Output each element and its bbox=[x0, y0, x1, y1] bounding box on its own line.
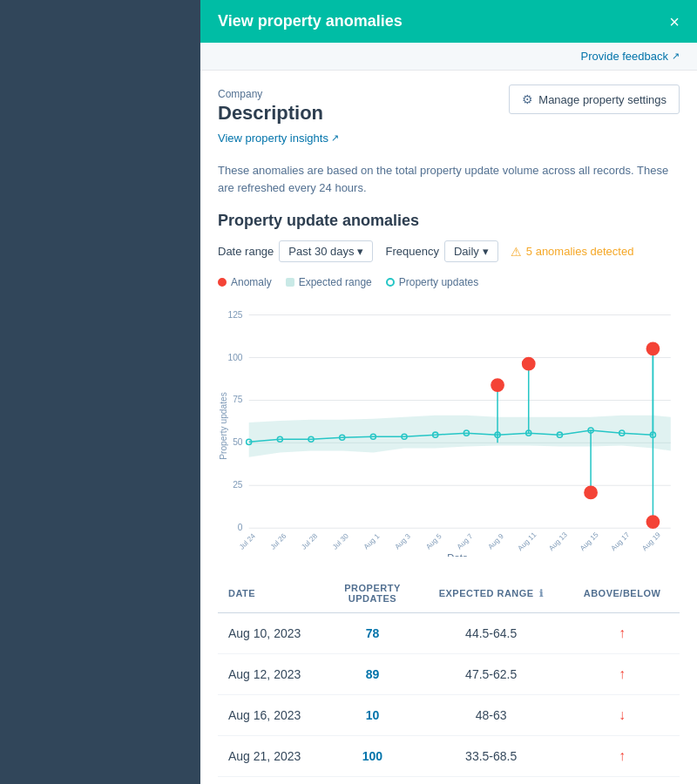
svg-text:0: 0 bbox=[238, 523, 243, 532]
frequency-group: Frequency Daily ▾ bbox=[385, 240, 497, 262]
svg-text:Jul 26: Jul 26 bbox=[269, 532, 288, 551]
modal-header: View property anomalies × bbox=[200, 0, 697, 43]
svg-point-33 bbox=[491, 379, 504, 391]
chart-legend: Anomaly Expected range Property updates bbox=[218, 276, 680, 288]
expected-range-dot bbox=[286, 278, 294, 287]
chevron-down-icon: ▾ bbox=[483, 245, 489, 258]
date-range-dropdown[interactable]: Past 30 days ▾ bbox=[279, 240, 373, 262]
property-title: Description bbox=[218, 102, 339, 125]
cell-updates: 10 bbox=[328, 695, 418, 736]
svg-text:Date: Date bbox=[447, 552, 468, 557]
col-range: EXPECTED RANGE ℹ bbox=[417, 574, 565, 613]
col-direction: ABOVE/BELOW bbox=[565, 574, 680, 613]
legend-expected-range: Expected range bbox=[286, 276, 372, 288]
svg-text:Aug 15: Aug 15 bbox=[579, 531, 600, 552]
svg-point-34 bbox=[523, 358, 535, 370]
cell-direction: ↑ bbox=[565, 613, 680, 654]
cell-updates: 78 bbox=[328, 613, 418, 654]
chart-container: 0 25 50 75 100 125 Property updates bbox=[218, 295, 680, 557]
arrow-up-icon: ↑ bbox=[619, 748, 626, 763]
external-link-icon: ↗ bbox=[672, 51, 680, 62]
cell-direction: ↑ bbox=[565, 736, 680, 777]
col-updates: PROPERTYUPDATES bbox=[328, 574, 418, 613]
svg-text:Aug 5: Aug 5 bbox=[424, 532, 443, 551]
anomaly-dot bbox=[218, 278, 227, 287]
manage-property-button[interactable]: ⚙ Manage property settings bbox=[509, 84, 680, 114]
chevron-down-icon: ▾ bbox=[357, 245, 363, 258]
svg-text:125: 125 bbox=[228, 310, 243, 320]
warning-icon: ⚠ bbox=[511, 245, 522, 259]
svg-text:25: 25 bbox=[233, 480, 243, 490]
section-title: Property update anomalies bbox=[218, 212, 680, 230]
legend-property-updates: Property updates bbox=[386, 276, 478, 288]
property-info: Company Description View property insigh… bbox=[218, 88, 339, 157]
table-row: Aug 10, 20237844.5-64.5↑ bbox=[218, 613, 680, 654]
close-button[interactable]: × bbox=[669, 13, 680, 30]
cell-date: Aug 10, 2023 bbox=[218, 613, 328, 654]
cell-date: Aug 21, 2023 bbox=[218, 736, 328, 777]
svg-text:Aug 19: Aug 19 bbox=[640, 531, 662, 552]
modal-title: View property anomalies bbox=[218, 12, 403, 30]
anomaly-description: These anomalies are based on the total p… bbox=[218, 162, 680, 196]
frequency-dropdown[interactable]: Daily ▾ bbox=[444, 240, 498, 262]
cell-direction: ↓ bbox=[565, 695, 680, 736]
property-updates-dot bbox=[386, 278, 395, 287]
date-range-label: Date range bbox=[218, 245, 274, 258]
modal-body: Company Description View property insigh… bbox=[200, 71, 697, 784]
cell-range: 44.5-64.5 bbox=[417, 613, 565, 654]
modal-panel: View property anomalies × Provide feedba… bbox=[200, 0, 697, 784]
svg-text:Jul 28: Jul 28 bbox=[300, 532, 319, 551]
svg-text:Jul 30: Jul 30 bbox=[331, 532, 350, 551]
anomalies-table: DATE PROPERTYUPDATES EXPECTED RANGE ℹ AB… bbox=[218, 574, 680, 777]
svg-text:Aug 17: Aug 17 bbox=[610, 531, 632, 552]
svg-text:Aug 3: Aug 3 bbox=[394, 532, 413, 551]
svg-text:Property updates: Property updates bbox=[219, 392, 228, 460]
svg-text:Aug 1: Aug 1 bbox=[362, 532, 382, 551]
feedback-link[interactable]: Provide feedback ↗ bbox=[581, 50, 680, 63]
cell-range: 48-63 bbox=[417, 695, 565, 736]
svg-text:Jul 24: Jul 24 bbox=[238, 532, 257, 551]
col-date: DATE bbox=[218, 574, 328, 613]
arrow-up-icon: ↑ bbox=[619, 666, 626, 681]
cell-updates: 100 bbox=[328, 736, 418, 777]
frequency-label: Frequency bbox=[385, 245, 438, 258]
svg-point-36 bbox=[646, 342, 659, 355]
svg-point-35 bbox=[585, 486, 597, 498]
cell-updates: 89 bbox=[328, 654, 418, 695]
property-category: Company bbox=[218, 88, 339, 100]
feedback-bar: Provide feedback ↗ bbox=[200, 43, 697, 71]
svg-text:Aug 11: Aug 11 bbox=[517, 531, 538, 552]
cell-range: 33.5-68.5 bbox=[417, 736, 565, 777]
chart-svg: 0 25 50 75 100 125 Property updates bbox=[218, 295, 680, 557]
arrow-up-icon: ↑ bbox=[619, 625, 626, 640]
cell-date: Aug 16, 2023 bbox=[218, 695, 328, 736]
svg-text:Aug 13: Aug 13 bbox=[547, 531, 569, 552]
controls-row: Date range Past 30 days ▾ Frequency Dail… bbox=[218, 240, 680, 262]
svg-text:75: 75 bbox=[233, 395, 243, 405]
insights-link[interactable]: View property insights ↗ bbox=[218, 132, 339, 145]
cell-range: 47.5-62.5 bbox=[417, 654, 565, 695]
link-icon: ↗ bbox=[331, 132, 339, 144]
svg-point-37 bbox=[646, 516, 659, 528]
legend-anomaly: Anomaly bbox=[218, 276, 272, 288]
svg-text:50: 50 bbox=[233, 437, 243, 447]
cell-direction: ↑ bbox=[565, 654, 680, 695]
cell-date: Aug 12, 2023 bbox=[218, 654, 328, 695]
table-row: Aug 12, 20238947.5-62.5↑ bbox=[218, 654, 680, 695]
arrow-down-icon: ↓ bbox=[619, 707, 626, 722]
svg-text:Aug 9: Aug 9 bbox=[487, 532, 506, 551]
svg-text:Aug 7: Aug 7 bbox=[456, 532, 475, 551]
svg-text:100: 100 bbox=[228, 353, 243, 362]
info-icon: ℹ bbox=[539, 588, 544, 598]
date-range-group: Date range Past 30 days ▾ bbox=[218, 240, 373, 262]
anomalies-badge: ⚠ 5 anomalies detected bbox=[511, 245, 634, 259]
gear-icon: ⚙ bbox=[522, 92, 533, 106]
table-row: Aug 21, 202310033.5-68.5↑ bbox=[218, 736, 680, 777]
table-row: Aug 16, 20231048-63↓ bbox=[218, 695, 680, 736]
